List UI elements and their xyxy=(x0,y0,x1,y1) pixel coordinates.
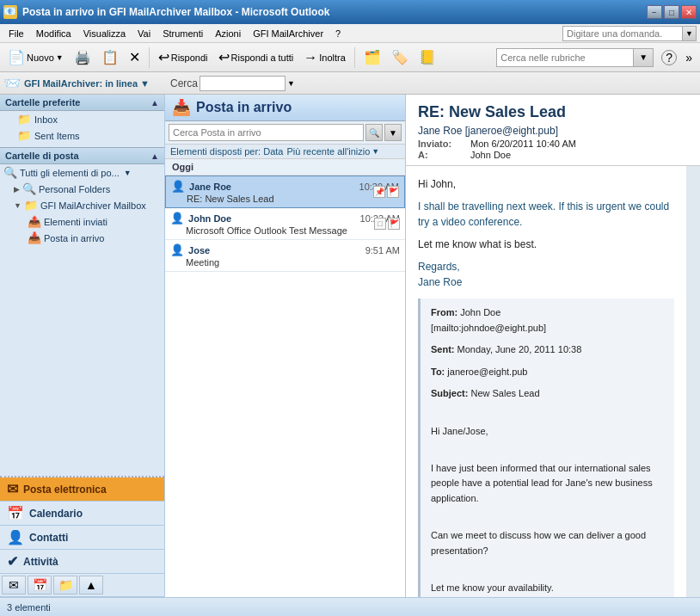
read-flag-1[interactable]: □ xyxy=(374,218,386,230)
new-button[interactable]: 📄 Nuovo ▼ xyxy=(3,46,68,70)
menu-bar-right: ▼ xyxy=(562,26,697,41)
category-flag-0[interactable]: 🚩 xyxy=(387,186,399,198)
nav-attivita[interactable]: ✔ Attività xyxy=(0,550,164,574)
help-button[interactable]: ? xyxy=(657,46,681,70)
sent-label: Inviato: xyxy=(418,139,470,149)
reply-button-label: Rispondi xyxy=(171,52,208,63)
sort-arrow: ▼ xyxy=(371,147,379,156)
message-item-1[interactable]: 👤 John Doe 10:23 AM Microsoft Office Out… xyxy=(165,208,405,240)
msg-row1-1: 👤 John Doe 10:23 AM xyxy=(170,212,400,225)
sidebar-item-personal[interactable]: ▶ 🔍 Personal Folders xyxy=(0,181,164,197)
menu-vai[interactable]: Vai xyxy=(132,27,156,40)
sidebar-item-gfi[interactable]: ▼ 📁 GFI MailArchiver Mailbox xyxy=(0,197,164,213)
nav-posta-elettronica[interactable]: ✉ Posta elettronica xyxy=(0,477,164,502)
sidebar: Cartelle preferite ▲ 📁 Inbox 📁 Sent Item… xyxy=(0,95,165,597)
middle-search-input[interactable] xyxy=(169,124,364,141)
status-text: 3 elementi xyxy=(7,602,51,613)
menu-visualizza[interactable]: Visualizza xyxy=(78,27,131,40)
quoted-body2: I have just been informed that our inter… xyxy=(431,461,664,507)
toolbar-divider-1 xyxy=(149,47,150,68)
cartelle-preferite-label: Cartelle preferite xyxy=(5,97,80,108)
message-item-0[interactable]: 👤 Jane Roe 10:39 AM RE: New Sales Lead 📌… xyxy=(165,176,405,208)
menu-modifica[interactable]: Modifica xyxy=(31,27,77,40)
gfi-button[interactable]: 🗂️ xyxy=(359,46,385,70)
sidebar-item-elementi-inviati[interactable]: 📤 Elementi inviati xyxy=(0,213,164,230)
cartelle-preferite-collapse[interactable]: ▲ xyxy=(150,98,159,108)
menu-help[interactable]: ? xyxy=(330,27,346,40)
print-button[interactable]: 🖨️ xyxy=(70,46,95,70)
quoted-mailto: [mailto:johndoe@eight.pub] xyxy=(431,323,546,333)
nav-mini-cal[interactable]: 📅 xyxy=(28,576,52,594)
extra-button[interactable]: » xyxy=(681,46,697,70)
reply-all-button[interactable]: ↩ Rispondi a tutti xyxy=(214,46,298,70)
msg-subject-2: Meeting xyxy=(170,257,400,268)
menu-strumenti[interactable]: Strumenti xyxy=(157,27,208,40)
nav-contatti-label: Contatti xyxy=(29,532,68,544)
category-flag-1[interactable]: 🚩 xyxy=(388,218,400,230)
secondary-search-input[interactable] xyxy=(200,76,286,91)
middle-search-bar: 🔍 ▼ xyxy=(165,121,405,145)
close-button[interactable]: ✕ xyxy=(681,5,697,19)
secondary-search-box: Cerca ▼ xyxy=(170,76,295,91)
maximize-button[interactable]: □ xyxy=(664,5,679,19)
nav-mini-chevron[interactable]: ▲ xyxy=(79,576,103,594)
message-item-2[interactable]: 👤 Jose 9:51 AM Meeting xyxy=(165,240,405,272)
reply-button[interactable]: ↩ Rispondi xyxy=(154,46,212,70)
sidebar-item-inbox[interactable]: 📁 Inbox xyxy=(0,111,164,127)
main-layout: Cartelle preferite ▲ 📁 Inbox 📁 Sent Item… xyxy=(0,95,700,597)
quoted-sent: Sent: Monday, June 20, 2011 10:38 xyxy=(431,342,664,358)
read-flag-0[interactable]: 📌 xyxy=(373,186,385,198)
menu-azioni[interactable]: Azioni xyxy=(210,27,246,40)
reply-all-button-label: Rispondi a tutti xyxy=(231,52,294,63)
cartelle-di-posta-header[interactable]: Cartelle di posta ▲ xyxy=(0,147,164,164)
cartelle-di-posta-collapse[interactable]: ▲ xyxy=(150,151,159,161)
quoted-from-value: John Doe xyxy=(460,307,500,317)
sidebar-item-posta-in-arrivo[interactable]: 📥 Posta in arrivo xyxy=(0,230,164,246)
new-dropdown-arrow[interactable]: ▼ xyxy=(56,53,64,62)
cartelle-preferite-header[interactable]: Cartelle preferite ▲ xyxy=(0,95,164,111)
move-button[interactable]: 📋 xyxy=(97,46,123,70)
search-button[interactable]: ▼ xyxy=(634,48,654,67)
sidebar-item-tutti[interactable]: 🔍 Tutti gli elementi di po... ▼ xyxy=(0,164,164,181)
gfi-mode-label[interactable]: GFI MailArchiver: in linea ▼ xyxy=(24,78,150,89)
msg-row1-0: 👤 Jane Roe 10:39 AM xyxy=(171,180,399,193)
quoted-sent-label: Sent: xyxy=(431,344,455,354)
msg-avatar-1: 👤 xyxy=(170,212,184,225)
title-bar-left: 📧 Posta in arrivo in GFI MailArchiver Ma… xyxy=(3,5,329,19)
ask-dropdown-arrow[interactable]: ▼ xyxy=(683,26,697,41)
nav-mini-mail[interactable]: ✉ xyxy=(2,576,26,594)
address-book-button[interactable]: 📒 xyxy=(414,46,440,70)
menu-bar: File Modifica Visualizza Vai Strumenti A… xyxy=(0,24,700,43)
tutti-dropdown[interactable]: ▼ xyxy=(124,169,132,177)
reading-pane-inner: Hi John, I shall be travelling next week… xyxy=(406,166,700,597)
secondary-toolbar: 📨 GFI MailArchiver: in linea ▼ Cerca ▼ xyxy=(0,72,700,95)
search-dropdown-arrow[interactable]: ▼ xyxy=(287,79,295,88)
quoted-to: To: janeroe@eight.pub xyxy=(431,365,664,380)
nav-attivita-label: Attività xyxy=(23,556,58,568)
nav-calendario[interactable]: 📅 Calendario xyxy=(0,502,164,526)
forward-button[interactable]: → Inoltra xyxy=(299,46,350,70)
inbox-panel-icon: 📥 xyxy=(172,98,191,117)
nav-mini-folder[interactable]: 📁 xyxy=(53,576,77,594)
reading-from: Jane Roe [janeroe@eight.pub] xyxy=(418,125,688,137)
title-bar: 📧 Posta in arrivo in GFI MailArchiver Ma… xyxy=(0,0,700,24)
minimize-button[interactable]: − xyxy=(647,5,662,19)
quoted-from: From: John Doe [mailto:johndoe@eight.pub… xyxy=(431,305,664,336)
search-input[interactable] xyxy=(496,48,634,67)
tutti-label: Tutti gli elementi di po... xyxy=(20,168,120,178)
gfi2-button[interactable]: 🏷️ xyxy=(387,46,413,70)
ask-question-input[interactable] xyxy=(562,26,683,41)
title-bar-controls: − □ ✕ xyxy=(647,5,697,19)
msg-time-2: 9:51 AM xyxy=(365,245,400,256)
nav-contatti[interactable]: 👤 Contatti xyxy=(0,526,164,550)
sort-dropdown[interactable]: Più recente all'inizio ▼ xyxy=(286,146,379,157)
sidebar-item-sent[interactable]: 📁 Sent Items xyxy=(0,127,164,144)
reading-body[interactable]: Hi John, I shall be travelling next week… xyxy=(406,166,686,597)
menu-file[interactable]: File xyxy=(3,27,29,40)
body-p3: Let me know what is best. xyxy=(418,237,674,252)
menu-gfi[interactable]: GFI MailArchiver xyxy=(248,27,329,40)
delete-button[interactable]: ✕ xyxy=(125,46,144,70)
reading-scrollbar[interactable] xyxy=(686,166,700,597)
middle-search-btn[interactable]: 🔍 xyxy=(365,124,383,141)
middle-search-dropdown[interactable]: ▼ xyxy=(384,124,402,141)
